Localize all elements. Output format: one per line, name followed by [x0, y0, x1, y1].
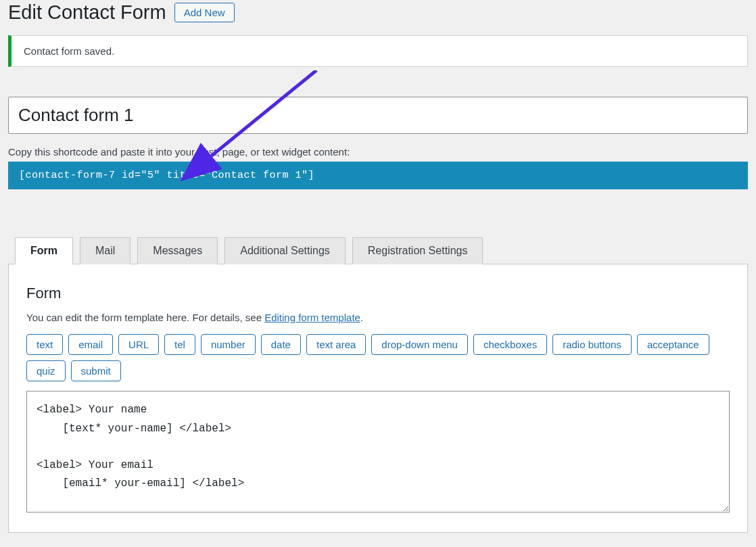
tag-button-number[interactable]: number [201, 334, 256, 355]
tabs-nav: FormMailMessagesAdditional SettingsRegis… [8, 237, 748, 264]
tag-button-submit[interactable]: submit [71, 360, 121, 381]
panel-desc-suffix: . [360, 312, 363, 323]
tab-additional-settings[interactable]: Additional Settings [225, 237, 346, 264]
tag-button-tel[interactable]: tel [164, 334, 195, 355]
tag-button-radio-buttons[interactable]: radio buttons [552, 334, 632, 355]
tag-button-checkboxes[interactable]: checkboxes [473, 334, 547, 355]
notice-success: Contact form saved. [8, 35, 748, 67]
tag-button-drop-down-menu[interactable]: drop-down menu [371, 334, 468, 355]
tag-button-row: textemailURLtelnumberdatetext areadrop-d… [26, 334, 730, 381]
shortcode-field[interactable] [8, 162, 748, 189]
form-template-editor[interactable] [26, 391, 730, 513]
tab-mail[interactable]: Mail [80, 237, 131, 264]
panel-heading: Form [26, 285, 730, 302]
form-panel: Form You can edit the form template here… [8, 264, 748, 533]
tag-button-text-area[interactable]: text area [306, 334, 366, 355]
tag-button-date[interactable]: date [261, 334, 301, 355]
notice-message: Contact form saved. [24, 45, 114, 57]
add-new-button[interactable]: Add New [174, 3, 235, 22]
tag-button-text[interactable]: text [26, 334, 63, 355]
form-title-input[interactable] [8, 97, 748, 135]
panel-desc-prefix: You can edit the form template here. For… [26, 312, 264, 323]
tab-messages[interactable]: Messages [137, 237, 218, 264]
page-title: Edit Contact Form [8, 0, 166, 26]
tag-button-url[interactable]: URL [118, 334, 159, 355]
tag-button-quiz[interactable]: quiz [26, 360, 66, 381]
editing-template-link[interactable]: Editing form template [264, 312, 360, 323]
tag-button-email[interactable]: email [68, 334, 113, 355]
panel-description: You can edit the form template here. For… [26, 312, 730, 323]
tab-registration-settings[interactable]: Registration Settings [352, 237, 483, 264]
tag-button-acceptance[interactable]: acceptance [637, 334, 709, 355]
shortcode-hint: Copy this shortcode and paste it into yo… [8, 146, 748, 158]
tab-form[interactable]: Form [15, 237, 73, 264]
